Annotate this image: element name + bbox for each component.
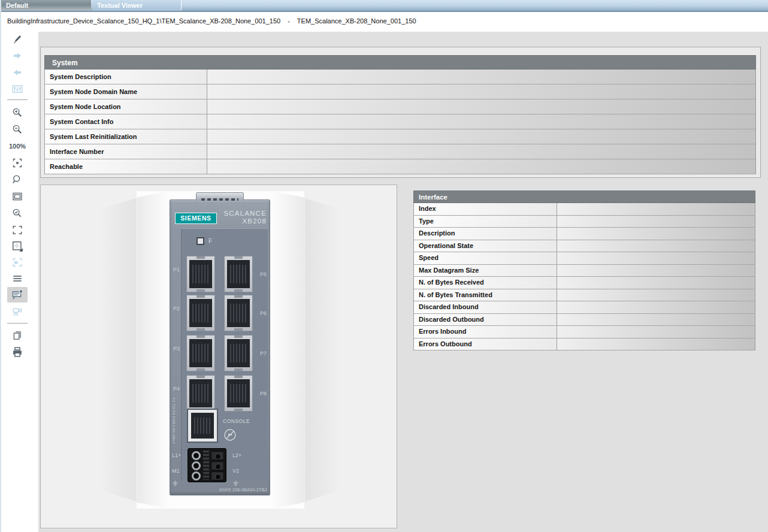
table-row: System Contact Info bbox=[44, 114, 756, 129]
din-rail-clip bbox=[196, 192, 244, 201]
tab-default[interactable]: Default bbox=[1, 0, 91, 11]
rj45-port-p6 bbox=[224, 295, 253, 331]
rj45-port-p5 bbox=[224, 256, 253, 292]
product-line-label: SCALANCE bbox=[223, 210, 267, 217]
breadcrumb-title: TEM_Scalance_XB-208_None_001_150 bbox=[297, 17, 416, 25]
rj45-port-p2 bbox=[186, 295, 215, 331]
siemens-logo: SIEMENS bbox=[175, 213, 217, 224]
table-value bbox=[557, 289, 755, 301]
breadcrumb-path: BuildingInfrastructure_Device_Scalance_1… bbox=[7, 17, 280, 25]
table-value bbox=[557, 265, 755, 277]
table-value bbox=[207, 129, 755, 144]
table-value bbox=[207, 69, 755, 84]
tab-divider bbox=[181, 1, 182, 10]
port-label-p4: P4 bbox=[173, 386, 180, 392]
terminal-screw bbox=[192, 451, 201, 460]
table-row: Reachable bbox=[44, 159, 756, 174]
device-image-flap bbox=[305, 198, 344, 501]
port-label-p6: P6 bbox=[260, 310, 267, 316]
device-image-flap bbox=[97, 198, 136, 501]
table-row: System Node Location bbox=[44, 99, 756, 114]
table-value bbox=[557, 216, 755, 228]
port-label-p8: P8 bbox=[260, 391, 267, 397]
toolbar-separator bbox=[7, 323, 28, 324]
table-value bbox=[557, 277, 755, 289]
table-value bbox=[557, 252, 755, 264]
layers-icon[interactable] bbox=[7, 271, 28, 286]
arrow-left-icon[interactable] bbox=[7, 65, 28, 80]
zoom-confirm-icon[interactable] bbox=[7, 205, 28, 221]
print-icon[interactable] bbox=[7, 344, 28, 360]
camera-icon[interactable] bbox=[7, 304, 28, 319]
zoom-level-label[interactable]: 100% bbox=[7, 138, 28, 154]
system-table-header: System bbox=[44, 55, 756, 69]
rj45-port-p7 bbox=[224, 335, 253, 371]
interface-table: Interface Index Type Description Operati… bbox=[413, 191, 755, 350]
left-toolbar: 100% bbox=[1, 30, 38, 532]
table-row: System Node Domain Name bbox=[44, 84, 756, 99]
center-view-icon[interactable] bbox=[7, 155, 28, 171]
device-view-panel: SIEMENS SCALANCE XB208 F P bbox=[40, 185, 397, 528]
model-label: XB208 bbox=[223, 217, 267, 225]
fit-window-icon[interactable] bbox=[7, 189, 28, 204]
table-value bbox=[207, 159, 755, 174]
table-value bbox=[557, 203, 755, 215]
plate-shade bbox=[271, 191, 304, 509]
terminal-label-l1: L1+ bbox=[172, 452, 181, 458]
breadcrumb-bar: BuildingInfrastructure_Device_Scalance_1… bbox=[1, 12, 768, 30]
interface-table-header: Interface bbox=[413, 191, 755, 203]
port-label-p2: P2 bbox=[173, 306, 180, 312]
breadcrumb-separator: - bbox=[288, 17, 290, 25]
rj45-port-p8 bbox=[224, 375, 253, 412]
table-value bbox=[207, 84, 755, 99]
select-area-icon[interactable] bbox=[7, 255, 28, 270]
table-row: System Description bbox=[44, 69, 756, 84]
terminal-screw bbox=[192, 471, 201, 480]
copy-page-icon[interactable] bbox=[7, 328, 28, 343]
terminal-socket bbox=[211, 461, 224, 470]
arrow-right-icon[interactable] bbox=[7, 48, 28, 64]
terminal-ridges bbox=[203, 451, 209, 480]
port-label-p7: P7 bbox=[260, 350, 267, 356]
pan-view-icon[interactable] bbox=[7, 238, 28, 254]
table-row: Interface Number bbox=[44, 144, 756, 159]
table-value bbox=[557, 338, 755, 350]
tab-textual-viewer[interactable]: Textual Viewer bbox=[92, 0, 181, 11]
toolbar-separator bbox=[7, 99, 28, 100]
no-phone-icon bbox=[223, 428, 237, 442]
table-row: Operational State bbox=[413, 240, 755, 253]
terminal-label-v2: V2 bbox=[232, 468, 239, 474]
table-row: Discarded Inbound bbox=[413, 301, 755, 314]
table-value bbox=[207, 99, 755, 114]
rj45-port-p3 bbox=[186, 335, 215, 371]
sliders-icon[interactable] bbox=[7, 81, 28, 97]
select-region-icon[interactable] bbox=[7, 222, 28, 238]
console-label: CONSOLE bbox=[223, 418, 250, 424]
annotation-icon[interactable] bbox=[7, 287, 28, 303]
table-value bbox=[557, 314, 755, 326]
table-row: Max Datagram Size bbox=[413, 265, 755, 277]
table-row: Speed bbox=[413, 252, 755, 265]
magnifier-icon[interactable] bbox=[7, 172, 28, 188]
terminal-label-l2: L2+ bbox=[232, 452, 241, 458]
edit-pen-icon[interactable] bbox=[7, 31, 28, 47]
fault-led bbox=[196, 237, 204, 245]
table-row: Description bbox=[413, 228, 755, 240]
table-row: Index bbox=[413, 203, 755, 216]
table-row: N. of Bytes Received bbox=[413, 277, 755, 289]
lan-only-note: P1 TO P8 FOR LAN ONLY bbox=[172, 398, 176, 447]
rj45-port-p4 bbox=[186, 375, 215, 412]
zoom-out-icon[interactable] bbox=[7, 122, 28, 137]
port-label-p5: P5 bbox=[260, 271, 267, 277]
table-row: System Last Reinitialization bbox=[44, 129, 756, 144]
table-value bbox=[557, 326, 755, 338]
table-row: Errors Outbound bbox=[413, 338, 755, 351]
table-row: Errors Inbound bbox=[413, 326, 755, 338]
table-row: Type bbox=[413, 216, 755, 228]
terminal-socket bbox=[211, 471, 224, 480]
article-number: 6GK5 208-0BA00-2TB2 bbox=[219, 488, 267, 492]
zoom-in-icon[interactable] bbox=[7, 105, 28, 120]
power-terminal-block bbox=[188, 448, 226, 482]
table-value bbox=[207, 144, 755, 159]
terminal-screw bbox=[192, 461, 201, 470]
